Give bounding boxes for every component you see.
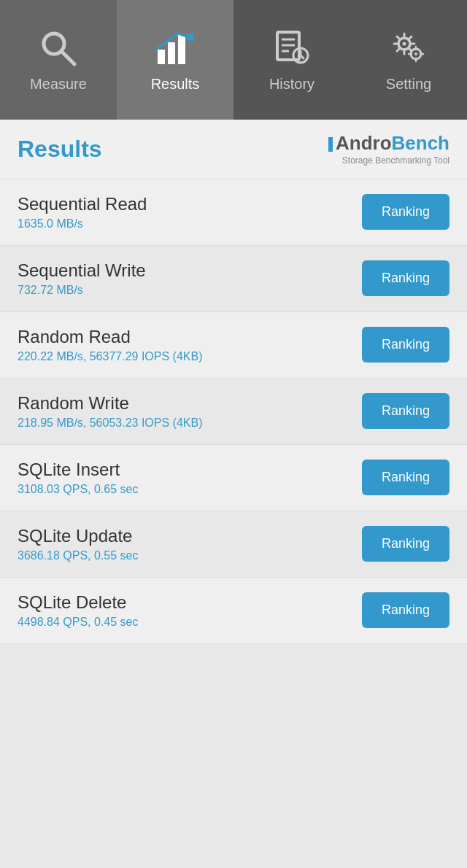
result-info: Sequential Read1635.0 MB/s bbox=[18, 194, 147, 230]
setting-icon bbox=[388, 28, 429, 69]
ranking-button[interactable]: Ranking bbox=[362, 260, 449, 296]
result-row: SQLite Update3686.18 QPS, 0.55 secRankin… bbox=[0, 511, 467, 578]
results-list: Sequential Read1635.0 MB/sRankingSequent… bbox=[0, 179, 467, 644]
nav-label-setting: Setting bbox=[386, 76, 431, 93]
nav-item-history[interactable]: History bbox=[234, 0, 350, 120]
results-icon bbox=[155, 28, 196, 69]
ranking-button[interactable]: Ranking bbox=[362, 393, 449, 429]
result-row: SQLite Delete4498.84 QPS, 0.45 secRankin… bbox=[0, 578, 467, 644]
result-name: Random Read bbox=[18, 327, 202, 347]
result-value: 220.22 MB/s, 56377.29 IOPS (4KB) bbox=[18, 350, 202, 363]
brand-name: AndroBench bbox=[328, 133, 449, 154]
result-value: 218.95 MB/s, 56053.23 IOPS (4KB) bbox=[18, 416, 202, 430]
result-row: Random Read220.22 MB/s, 56377.29 IOPS (4… bbox=[0, 312, 467, 379]
brand-name-part2: Bench bbox=[392, 132, 449, 154]
result-name: SQLite Delete bbox=[18, 592, 138, 613]
ranking-button[interactable]: Ranking bbox=[362, 526, 449, 562]
brand-name-part1: Andro bbox=[336, 132, 392, 154]
result-info: SQLite Update3686.18 QPS, 0.55 sec bbox=[18, 526, 138, 562]
result-value: 3108.03 QPS, 0.65 sec bbox=[18, 483, 138, 496]
result-value: 3686.18 QPS, 0.55 sec bbox=[18, 549, 138, 562]
nav-label-results: Results bbox=[151, 76, 200, 93]
result-info: Random Write218.95 MB/s, 56053.23 IOPS (… bbox=[18, 393, 202, 430]
result-name: Random Write bbox=[18, 393, 202, 414]
nav-item-results[interactable]: Results bbox=[117, 0, 234, 120]
result-info: Random Read220.22 MB/s, 56377.29 IOPS (4… bbox=[18, 327, 202, 363]
result-row: Sequential Read1635.0 MB/sRanking bbox=[0, 179, 467, 246]
svg-rect-2 bbox=[158, 50, 165, 64]
result-info: SQLite Delete4498.84 QPS, 0.45 sec bbox=[18, 592, 138, 629]
nav-label-history: History bbox=[269, 76, 314, 93]
result-info: SQLite Insert3108.03 QPS, 0.65 sec bbox=[18, 460, 138, 496]
result-value: 732.72 MB/s bbox=[18, 284, 146, 297]
result-name: SQLite Update bbox=[18, 526, 138, 546]
ranking-button[interactable]: Ranking bbox=[362, 194, 449, 230]
svg-point-12 bbox=[403, 42, 406, 45]
svg-point-14 bbox=[414, 53, 417, 55]
ranking-button[interactable]: Ranking bbox=[362, 327, 449, 363]
ranking-button[interactable]: Ranking bbox=[362, 592, 449, 628]
ranking-button[interactable]: Ranking bbox=[362, 460, 449, 495]
result-row: Random Write218.95 MB/s, 56053.23 IOPS (… bbox=[0, 379, 467, 445]
brand-logo: AndroBench Storage Benchmarking Tool bbox=[328, 133, 449, 166]
nav-item-setting[interactable]: Setting bbox=[350, 0, 467, 120]
result-value: 1635.0 MB/s bbox=[18, 217, 147, 230]
nav-label-measure: Measure bbox=[30, 76, 87, 93]
page-title: Results bbox=[18, 136, 102, 163]
svg-line-1 bbox=[61, 51, 74, 64]
brand-accent bbox=[328, 137, 333, 152]
result-row: SQLite Insert3108.03 QPS, 0.65 secRankin… bbox=[0, 445, 467, 511]
result-value: 4498.84 QPS, 0.45 sec bbox=[18, 616, 138, 629]
results-header: Results AndroBench Storage Benchmarking … bbox=[0, 120, 467, 179]
nav-bar: Measure Results History bbox=[0, 0, 467, 120]
svg-rect-3 bbox=[168, 42, 175, 64]
search-icon bbox=[38, 28, 79, 69]
svg-rect-4 bbox=[178, 35, 185, 64]
result-name: Sequential Write bbox=[18, 260, 146, 281]
result-name: Sequential Read bbox=[18, 194, 147, 214]
result-info: Sequential Write732.72 MB/s bbox=[18, 260, 146, 297]
result-row: Sequential Write732.72 MB/sRanking bbox=[0, 246, 467, 312]
result-name: SQLite Insert bbox=[18, 460, 138, 480]
brand-subtitle: Storage Benchmarking Tool bbox=[342, 155, 449, 166]
nav-item-measure[interactable]: Measure bbox=[0, 0, 117, 120]
history-icon bbox=[271, 28, 312, 69]
